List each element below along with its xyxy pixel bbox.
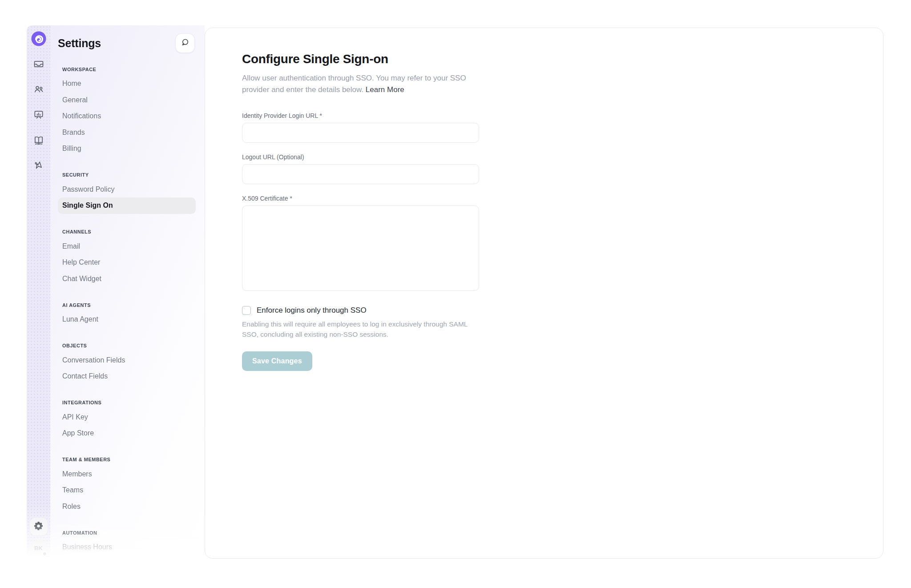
page-title: Settings bbox=[58, 37, 101, 50]
sidebar-item-contact-fields[interactable]: Contact Fields bbox=[58, 368, 196, 385]
settings-sidebar: Settings WORKSPACE Home General Notifica… bbox=[50, 25, 205, 559]
inbox-icon[interactable] bbox=[33, 58, 44, 70]
sidebar-item-app-store[interactable]: App Store bbox=[58, 425, 196, 442]
sidebar-item-conversation-fields[interactable]: Conversation Fields bbox=[58, 352, 196, 369]
avatar-initials: BK bbox=[34, 545, 43, 552]
brand-logo[interactable] bbox=[30, 30, 48, 48]
presentation-chart-icon[interactable] bbox=[33, 109, 44, 121]
idp-login-url-input[interactable] bbox=[242, 123, 479, 143]
sidebar-item-api-key[interactable]: API Key bbox=[58, 409, 196, 426]
settings-gear-button[interactable] bbox=[30, 518, 48, 536]
field-logout-url: Logout URL (Optional) bbox=[242, 153, 479, 184]
main-panel: Configure Single Sign-on Allow user auth… bbox=[205, 28, 883, 559]
sidebar-item-teams[interactable]: Teams bbox=[58, 482, 196, 499]
logout-url-input[interactable] bbox=[242, 164, 479, 184]
enforce-sso-description: Enabling this will require all employees… bbox=[242, 319, 474, 340]
sidebar-item-chat-widget[interactable]: Chat Widget bbox=[58, 271, 196, 287]
sidebar-item-sla[interactable]: SLA bbox=[58, 556, 196, 559]
sidebar-item-password-policy[interactable]: Password Policy bbox=[58, 181, 196, 198]
sidebar-item-general[interactable]: General bbox=[58, 92, 196, 109]
x509-certificate-label: X.509 Certificate * bbox=[242, 195, 479, 202]
section-header-objects: OBJECTS bbox=[58, 341, 196, 350]
sidebar-item-home[interactable]: Home bbox=[58, 76, 196, 92]
content-description: Allow user authentication through SSO. Y… bbox=[242, 72, 484, 96]
gear-icon bbox=[33, 521, 44, 533]
sidebar-item-help-center[interactable]: Help Center bbox=[58, 254, 196, 271]
sidebar-item-roles[interactable]: Roles bbox=[58, 499, 196, 515]
paper-plane-icon[interactable] bbox=[33, 160, 44, 171]
field-idp-login-url: Identity Provider Login URL * bbox=[242, 112, 479, 143]
section-header-team-members: TEAM & MEMBERS bbox=[58, 455, 196, 464]
content-heading: Configure Single Sign-on bbox=[242, 52, 490, 66]
user-avatar[interactable]: BK bbox=[31, 540, 47, 556]
sidebar-nav: WORKSPACE Home General Notifications Bra… bbox=[50, 64, 205, 559]
enforce-sso-checkbox[interactable] bbox=[242, 306, 251, 315]
status-dot bbox=[42, 552, 47, 556]
sidebar-item-email[interactable]: Email bbox=[58, 238, 196, 255]
settings-app: BK Settings WORKSPACE Home General bbox=[0, 0, 911, 588]
sidebar-item-luna-agent[interactable]: Luna Agent bbox=[58, 311, 196, 328]
field-x509-certificate: X.509 Certificate * bbox=[242, 195, 479, 293]
sidebar-item-brands[interactable]: Brands bbox=[58, 125, 196, 141]
book-icon[interactable] bbox=[33, 134, 44, 146]
users-icon[interactable] bbox=[33, 84, 44, 95]
sidebar-item-billing[interactable]: Billing bbox=[58, 141, 196, 157]
save-changes-button[interactable]: Save Changes bbox=[242, 351, 312, 371]
support-button[interactable] bbox=[175, 33, 195, 53]
sidebar-item-members[interactable]: Members bbox=[58, 466, 196, 483]
section-header-integrations: INTEGRATIONS bbox=[58, 398, 196, 407]
section-header-channels: CHANNELS bbox=[58, 227, 196, 237]
enforce-sso-label[interactable]: Enforce logins only through SSO bbox=[257, 306, 367, 315]
idp-login-url-label: Identity Provider Login URL * bbox=[242, 112, 479, 119]
section-header-workspace: WORKSPACE bbox=[58, 64, 196, 74]
sidebar-item-single-sign-on[interactable]: Single Sign On bbox=[58, 197, 196, 214]
description-text: Allow user authentication through SSO. Y… bbox=[242, 74, 466, 94]
headset-icon bbox=[180, 37, 190, 49]
section-header-ai-agents: AI AGENTS bbox=[58, 300, 196, 310]
sidebar-item-business-hours[interactable]: Business Hours bbox=[58, 539, 196, 556]
x509-certificate-textarea[interactable] bbox=[242, 205, 479, 291]
icon-rail: BK bbox=[27, 25, 50, 559]
sidebar-item-notifications[interactable]: Notifications bbox=[58, 108, 196, 125]
logout-url-label: Logout URL (Optional) bbox=[242, 153, 479, 161]
section-header-automation: AUTOMATION bbox=[58, 528, 196, 537]
learn-more-link[interactable]: Learn More bbox=[366, 85, 404, 94]
section-header-security: SECURITY bbox=[58, 170, 196, 180]
